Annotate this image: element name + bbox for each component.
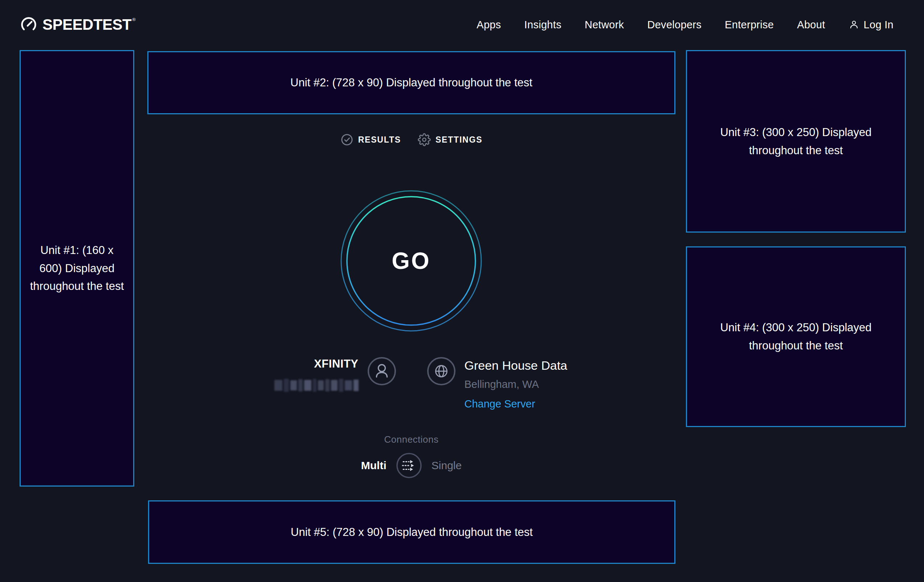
ad-unit-3[interactable]: Unit #3: (300 x 250) Displayed throughou… — [686, 50, 906, 232]
ad-unit-1[interactable]: Unit #1: (160 x 600) Displayed throughou… — [20, 50, 134, 486]
ad-unit-5[interactable]: Unit #5: (728 x 90) Displayed throughout… — [148, 500, 675, 564]
tab-results[interactable]: RESULTS — [340, 133, 401, 146]
nav-menu: Apps Insights Network Developers Enterpr… — [477, 19, 894, 31]
connections-toggle-row: Multi Single — [147, 452, 675, 478]
nav-item-login[interactable]: Log In — [848, 19, 894, 31]
ad-unit-2[interactable]: Unit #2: (728 x 90) Displayed throughout… — [147, 51, 675, 114]
isp-block: XFINITY — [239, 358, 358, 392]
server-location: Bellingham, WA — [465, 378, 584, 391]
multi-connection-icon — [396, 452, 422, 478]
nav-item-developers[interactable]: Developers — [647, 19, 701, 31]
ad-unit-2-text: Unit #2: (728 x 90) Displayed throughout… — [290, 74, 532, 92]
go-label: GO — [340, 190, 482, 331]
connections-heading: Connections — [147, 434, 675, 445]
gear-icon — [418, 133, 431, 146]
person-icon — [367, 357, 396, 386]
isp-ip-redacted — [239, 378, 358, 392]
ad-unit-3-text: Unit #3: (300 x 250) Displayed throughou… — [706, 124, 885, 159]
nav-item-network[interactable]: Network — [585, 19, 624, 31]
nav-item-about[interactable]: About — [797, 19, 825, 31]
server-block: Green House Data Bellingham, WA Change S… — [465, 358, 584, 411]
speedtest-logo[interactable]: SPEEDTEST ® — [20, 16, 135, 33]
check-circle-icon — [340, 133, 353, 146]
connections-single-label[interactable]: Single — [432, 459, 462, 472]
connections-multi-label[interactable]: Multi — [361, 459, 386, 472]
ad-unit-4[interactable]: Unit #4: (300 x 250) Displayed throughou… — [686, 246, 906, 427]
tabs-row: RESULTS SETTINGS — [147, 131, 675, 148]
top-nav: SPEEDTEST ® Apps Insights Network Develo… — [0, 0, 924, 49]
ad-unit-4-text: Unit #4: (300 x 250) Displayed throughou… — [706, 318, 885, 354]
user-icon — [848, 19, 860, 30]
tab-settings[interactable]: SETTINGS — [418, 133, 482, 146]
isp-name: XFINITY — [239, 358, 358, 371]
host-server-row: XFINITY Green House Data Bellingham, WA … — [147, 357, 675, 411]
globe-icon — [427, 357, 456, 386]
nav-item-enterprise[interactable]: Enterprise — [725, 19, 774, 31]
ad-unit-1-text: Unit #1: (160 x 600) Displayed throughou… — [30, 241, 124, 295]
go-button[interactable]: GO — [340, 190, 482, 331]
server-name: Green House Data — [465, 358, 584, 373]
change-server-link[interactable]: Change Server — [465, 397, 535, 411]
registered-mark: ® — [132, 17, 135, 22]
logo-text: SPEEDTEST — [43, 16, 131, 33]
ad-unit-5-text: Unit #5: (728 x 90) Displayed throughout… — [291, 523, 533, 541]
nav-item-insights[interactable]: Insights — [525, 19, 561, 31]
gauge-icon — [20, 16, 37, 33]
connections-toggle[interactable] — [396, 452, 422, 478]
nav-item-apps[interactable]: Apps — [477, 19, 501, 31]
